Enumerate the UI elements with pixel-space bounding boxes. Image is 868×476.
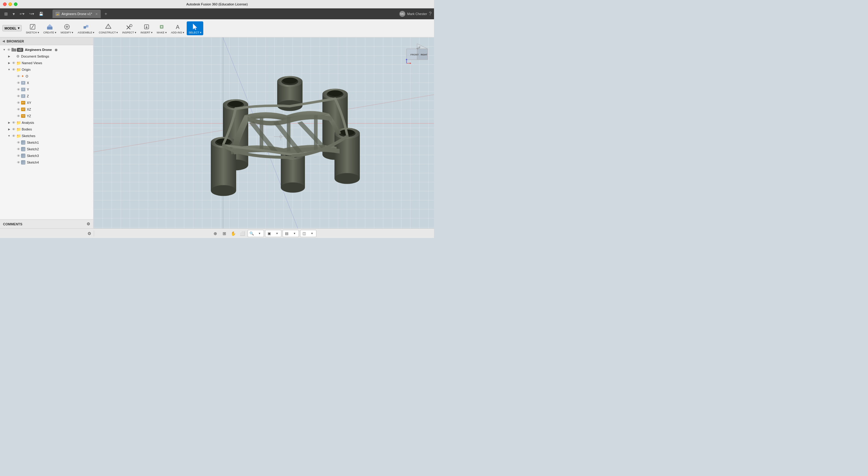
sketch3-icon (21, 154, 25, 158)
svg-line-1 (31, 25, 34, 29)
menu-icon[interactable]: ▾ (11, 11, 17, 16)
apps-icon[interactable]: ⊞ (2, 11, 10, 16)
user-avatar: MC (399, 11, 405, 17)
sketches-chevron-icon: ▼ (7, 134, 11, 137)
construct-label: CONSTRUCT ▾ (99, 31, 118, 34)
tree-item-sketch1[interactable]: 👁 Sketch1 (0, 139, 93, 146)
toolbar-make-btn[interactable]: MAKE ▾ (155, 22, 168, 35)
maximize-button[interactable] (14, 2, 18, 6)
sketch1-label: Sketch1 (27, 141, 39, 144)
root-folder-icon (11, 47, 16, 52)
root-chevron-icon: ▼ (2, 48, 6, 51)
tree-item-named-views[interactable]: ▶ 👁 📁 Named Views (0, 60, 93, 66)
toolbar-select-btn[interactable]: SELECT ▾ (187, 22, 203, 35)
svg-text:RIGHT: RIGHT (421, 54, 428, 56)
browser-content[interactable]: ▼ 👁 v0 Airgineers Drone ⏺ ▶ 👁 ⚙ Document… (0, 45, 93, 219)
model-label: MODEL (4, 27, 17, 30)
sketch4-eye-icon[interactable]: 👁 (16, 160, 21, 165)
make-icon (157, 23, 166, 31)
tree-item-origin[interactable]: ▼ 👁 📁 Origin (0, 66, 93, 73)
tree-item-sketch2[interactable]: 👁 Sketch2 (0, 146, 93, 152)
tab-close-icon[interactable]: ✕ (95, 12, 98, 16)
toolbar-insert-btn[interactable]: INSERT ▾ (139, 22, 154, 35)
sidebar-settings-icon[interactable]: ⚙ (85, 230, 93, 237)
y-eye-icon[interactable]: 👁 (16, 88, 21, 92)
toolbar-addins-btn[interactable]: A ADD-INS ▾ (169, 22, 186, 35)
root-record-icon[interactable]: ⏺ (54, 47, 58, 52)
undo-button[interactable]: ↩▾ (18, 12, 26, 16)
tree-item-bodies[interactable]: ▶ 👁 📁 Bodies (0, 126, 93, 133)
sketch1-icon (21, 140, 25, 145)
o-eye-icon[interactable]: 👁 (16, 74, 21, 78)
tree-item-analysis[interactable]: ▶ 👁 📁 Analysis (0, 119, 93, 126)
bodies-eye-icon[interactable]: 👁 (11, 127, 16, 131)
tab-bar: ⊞ ▾ ↩▾ ↪▾ 💾 🚁 Airgineers Drone v1* ✕ ＋ M… (0, 8, 434, 19)
tree-item-sketches[interactable]: ▼ 👁 📁 Sketches (0, 133, 93, 139)
root-eye-icon[interactable]: 👁 (7, 47, 11, 52)
x-eye-icon[interactable]: 👁 (16, 81, 21, 85)
sketch3-eye-icon[interactable]: 👁 (16, 154, 21, 158)
appearance-dropdown-btn[interactable]: ▾ (291, 230, 299, 237)
yz-eye-icon[interactable]: 👁 (16, 114, 21, 118)
toolbar-assemble-btn[interactable]: ASSEMBLE ▾ (76, 22, 96, 35)
tree-item-origin-yz[interactable]: 👁 YZ YZ (0, 113, 93, 119)
tree-item-origin-o[interactable]: 👁 ✦ O (0, 73, 93, 79)
xz-eye-icon[interactable]: 👁 (16, 107, 21, 111)
title-bar: Autodesk Fusion 360 (Education License) (0, 0, 434, 8)
view-mode-dropdown-btn[interactable]: ▾ (273, 230, 281, 237)
toolbar: MODEL ▾ SKETCH ▾ CREATE ▾ (0, 19, 434, 37)
tree-item-doc-settings[interactable]: ▶ 👁 ⚙ Document Settings (0, 53, 93, 60)
browser-collapse-icon[interactable]: ◀ (2, 39, 5, 43)
toolbar-construct-btn[interactable]: CONSTRUCT ▾ (97, 22, 120, 35)
comments-settings-icon[interactable]: ⚙ (87, 222, 90, 226)
tree-item-sketch3[interactable]: 👁 Sketch3 (0, 152, 93, 159)
y-plane-icon: Y (21, 88, 25, 91)
tree-item-origin-x[interactable]: 👁 X X (0, 79, 93, 86)
zoom-fit-btn[interactable]: ⬜ (239, 230, 246, 237)
save-button[interactable]: 💾 (37, 12, 45, 16)
section-btn[interactable]: ◫ (300, 230, 308, 237)
toolbar-create-btn[interactable]: CREATE ▾ (42, 22, 58, 35)
tree-item-origin-z[interactable]: 👁 Z Z (0, 93, 93, 99)
minimize-button[interactable] (8, 2, 12, 6)
tree-item-origin-xz[interactable]: 👁 XZ XZ (0, 106, 93, 113)
section-dropdown-btn[interactable]: ▾ (308, 230, 316, 237)
comments-section[interactable]: COMMENTS ⚙ (0, 219, 93, 228)
analysis-eye-icon[interactable]: 👁 (11, 121, 16, 125)
pan-btn[interactable]: ✋ (229, 230, 237, 237)
named-views-eye-icon[interactable]: 👁 (11, 61, 16, 65)
tree-item-sketch4[interactable]: 👁 Sketch4 (0, 159, 93, 166)
view-mode-btn[interactable]: ▣ (266, 230, 273, 237)
tree-item-root[interactable]: ▼ 👁 v0 Airgineers Drone ⏺ (0, 46, 93, 53)
active-tab[interactable]: 🚁 Airgineers Drone v1* ✕ (53, 10, 101, 18)
appearance-btn[interactable]: ▤ (283, 230, 291, 237)
viewport[interactable]: FRONT TOP RIGHT (93, 37, 434, 228)
sketch2-eye-icon[interactable]: 👁 (16, 147, 21, 151)
origin-eye-icon[interactable]: 👁 (11, 67, 16, 72)
traffic-lights (3, 2, 18, 6)
z-eye-icon[interactable]: 👁 (16, 94, 21, 98)
xy-eye-icon[interactable]: 👁 (16, 101, 21, 105)
add-tab-button[interactable]: ＋ (102, 11, 110, 16)
zoom-btn[interactable]: 🔍 (248, 230, 256, 237)
close-button[interactable] (3, 2, 7, 6)
sketches-eye-icon[interactable]: 👁 (11, 134, 16, 138)
redo-button[interactable]: ↪▾ (27, 12, 36, 16)
display-mode-btn[interactable]: ⊞ (220, 230, 228, 237)
sketch1-eye-icon[interactable]: 👁 (16, 140, 21, 145)
svg-marker-74 (410, 62, 411, 64)
toolbar-sketch-btn[interactable]: SKETCH ▾ (24, 22, 41, 35)
svg-text:A: A (176, 24, 180, 30)
insert-label: INSERT ▾ (141, 31, 153, 34)
tree-item-origin-xy[interactable]: 👁 XY XY (0, 99, 93, 106)
help-icon[interactable]: ? (429, 11, 432, 16)
bodies-label: Bodies (22, 128, 32, 131)
model-selector[interactable]: MODEL ▾ (2, 25, 22, 31)
nav-cube[interactable]: FRONT TOP RIGHT (405, 42, 429, 66)
toolbar-inspect-btn[interactable]: INSPECT ▾ (120, 22, 138, 35)
zoom-dropdown-btn[interactable]: ▾ (256, 230, 264, 237)
tree-item-origin-y[interactable]: 👁 Y Y (0, 86, 93, 93)
toolbar-modify-btn[interactable]: MODIFY ▾ (59, 22, 75, 35)
pivot-btn[interactable]: ⊕ (211, 230, 219, 237)
origin-yz-label: YZ (27, 114, 31, 118)
